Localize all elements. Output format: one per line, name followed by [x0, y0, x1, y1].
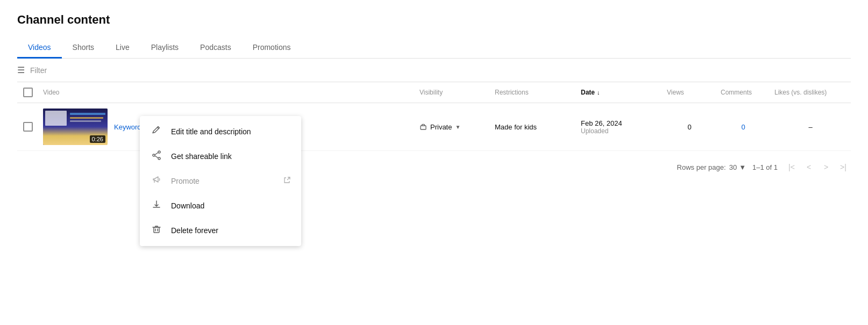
- context-menu-item-delete[interactable]: Delete forever: [140, 218, 301, 243]
- external-link-icon: [283, 177, 290, 185]
- rows-per-page: Rows per page: 30 ▼: [677, 163, 746, 171]
- context-menu-item-download[interactable]: Download: [140, 193, 301, 218]
- page-nav: |< < > >|: [784, 160, 851, 175]
- sort-icon: ↓: [597, 89, 600, 96]
- row-checkbox[interactable]: [23, 122, 33, 132]
- svg-point-0: [158, 151, 160, 153]
- video-duration: 0:26: [90, 135, 105, 143]
- svg-line-3: [155, 153, 158, 155]
- page-next-btn[interactable]: >: [819, 160, 834, 175]
- col-header-comments: Comments: [716, 89, 770, 96]
- col-header-video: Video: [39, 89, 415, 96]
- col-header-views: Views: [663, 89, 716, 96]
- content-table: Video Visibility Restrictions Date ↓ Vie…: [17, 82, 851, 183]
- page-title: Channel content: [17, 13, 851, 27]
- filter-label: Filter: [30, 66, 47, 75]
- context-menu-item-promote[interactable]: Promote: [140, 169, 301, 193]
- svg-rect-6: [421, 126, 426, 129]
- tab-live[interactable]: Live: [105, 38, 140, 59]
- likes-cell: –: [770, 123, 851, 131]
- pencil-icon: [151, 126, 162, 138]
- rows-per-page-select[interactable]: 30 ▼: [729, 163, 746, 171]
- col-header-visibility: Visibility: [415, 89, 490, 96]
- rows-dropdown-icon: ▼: [739, 163, 746, 171]
- col-header-restrictions: Restrictions: [490, 89, 577, 96]
- tab-shorts[interactable]: Shorts: [62, 38, 105, 59]
- video-info-cell: 0:26 Keyword Tracking With SEOptimer Edi: [39, 109, 415, 145]
- col-header-checkbox: [17, 88, 39, 97]
- svg-line-4: [155, 156, 158, 158]
- table-row: 0:26 Keyword Tracking With SEOptimer Edi: [17, 103, 851, 151]
- download-icon: [151, 200, 162, 212]
- lock-icon: [419, 122, 427, 132]
- page-wrapper: Channel content Videos Shorts Live Playl…: [0, 0, 868, 325]
- col-header-likes: Likes (vs. dislikes): [770, 89, 851, 96]
- download-label: Download: [171, 201, 290, 210]
- edit-label: Edit title and description: [171, 127, 290, 136]
- tabs-bar: Videos Shorts Live Playlists Podcasts Pr…: [17, 38, 851, 59]
- svg-point-2: [158, 157, 160, 160]
- context-menu-item-share[interactable]: Get shareable link: [140, 144, 301, 169]
- context-menu-item-edit[interactable]: Edit title and description: [140, 119, 301, 144]
- page-info: 1–1 of 1: [752, 163, 778, 171]
- trash-icon: [151, 225, 162, 236]
- col-header-date[interactable]: Date ↓: [577, 89, 663, 96]
- table-header: Video Visibility Restrictions Date ↓ Vie…: [17, 82, 851, 103]
- context-menu: Edit title and description: [140, 116, 301, 246]
- svg-point-1: [153, 154, 155, 156]
- delete-label: Delete forever: [171, 226, 290, 235]
- visibility-label: Private: [430, 123, 452, 131]
- tab-playlists[interactable]: Playlists: [140, 38, 189, 59]
- date-status: Uploaded: [581, 127, 658, 135]
- row-checkbox-cell: [17, 122, 39, 132]
- views-cell: 0: [663, 123, 716, 131]
- promote-label: Promote: [171, 177, 275, 185]
- video-thumbnail: 0:26: [43, 109, 108, 145]
- page-first-btn[interactable]: |<: [784, 160, 799, 175]
- page-prev-btn[interactable]: <: [801, 160, 816, 175]
- visibility-cell: Private ▼: [415, 122, 490, 132]
- visibility-dropdown-arrow[interactable]: ▼: [455, 124, 460, 130]
- tab-videos[interactable]: Videos: [17, 38, 62, 59]
- rows-per-page-value: 30: [729, 163, 737, 171]
- filter-bar[interactable]: ☰ Filter: [17, 59, 851, 82]
- tab-promotions[interactable]: Promotions: [242, 38, 302, 59]
- filter-icon: ☰: [17, 65, 25, 75]
- comments-cell[interactable]: 0: [716, 123, 770, 131]
- tab-podcasts[interactable]: Podcasts: [189, 38, 242, 59]
- date-cell: Feb 26, 2024 Uploaded: [577, 119, 663, 135]
- date-main: Feb 26, 2024: [581, 119, 658, 127]
- page-last-btn[interactable]: >|: [836, 160, 851, 175]
- restrictions-cell: Made for kids: [490, 123, 577, 131]
- rows-per-page-label: Rows per page:: [677, 163, 726, 171]
- share-icon: [151, 150, 162, 162]
- megaphone-icon: [151, 175, 162, 187]
- share-label: Get shareable link: [171, 152, 290, 161]
- svg-rect-5: [154, 227, 159, 233]
- header-checkbox[interactable]: [23, 88, 33, 97]
